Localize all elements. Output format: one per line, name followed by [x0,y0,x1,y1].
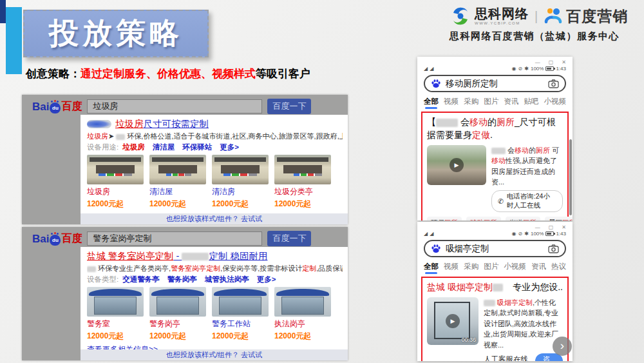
search-query[interactable]: 移动厕所定制 [446,78,544,90]
product-thumbnail[interactable] [212,287,269,317]
product-thumbnail[interactable] [87,287,144,317]
tab-news[interactable]: 资讯 [531,262,546,271]
product-thumbnail[interactable] [149,287,206,317]
baidu-logo: Bai du 百度 [32,232,82,246]
maximize-icon[interactable]: ▢ [549,59,554,65]
arrow-icon: ➤ [108,132,114,140]
mobile-search-bar[interactable]: 吸烟亭定制 [424,240,566,257]
product-names: 警务室 警务岗亭 警务工作站 执法岗亭 [87,317,343,329]
partner-name-block: 思科网络 WWW.YCBIP.COM [475,7,529,25]
result-description: 垃圾房➤ 环保,价格公道,适合于各城市街道,社区,商务中心,旅游景区等,跟政府,… [87,132,343,141]
tag-link[interactable]: 移动厕所 [466,217,501,221]
next-arrow-button[interactable]: › [553,337,572,356]
tab-news[interactable]: 资讯 [504,97,518,106]
search-query[interactable]: 吸烟亭定制 [446,243,544,255]
mobile-ad-card[interactable]: 【 会移动的厕所_尺寸可根据需要量身定做. ▶ 会移动的厕所 可移动性强,从而避… [421,112,569,221]
try-link[interactable]: 去试试 [241,215,262,222]
product-name-link[interactable]: 清洁屋 [149,186,206,197]
product-thumbnail[interactable] [274,287,331,317]
tag-link[interactable]: 景区厕所 [545,217,573,221]
baidu-logo: Bai du 百度 [32,100,82,113]
call-button[interactable]: ✆ 电话咨询:24小时人工在线 [491,190,563,212]
tab-images[interactable]: 图片 [484,97,498,106]
ad-description: 吸烟亭定制,个性化定制,款式时尚新颖,专业设计团队,高效流水线作业,出货周期短,… [484,297,563,351]
battery-percent: 100% [531,66,544,72]
mobile-ad-card[interactable]: 盐城 吸烟亭定制 专业为您设.. ▶ 00:36 吸烟亭定制,个性化定制,款式时… [421,277,569,361]
baidu-paw-icon [431,244,441,254]
search-input[interactable]: 垃圾房 [87,99,262,113]
tab-procurement[interactable]: 采购 [464,262,478,271]
product-prices: 12000元起 12000元起 12000元起 12000元起 [87,329,343,342]
tab-minivideo[interactable]: 小视频 [544,97,566,106]
filter-link[interactable]: 环保驿站 [182,143,212,151]
filter-link[interactable]: 更多> [257,275,276,283]
search-button[interactable]: 百度一下 [267,231,311,246]
search-button[interactable]: 百度一下 [267,99,311,114]
filter-link[interactable]: 城管执法岗亭 [205,275,249,283]
mobile-search-bar[interactable]: 移动厕所定制 [424,75,566,92]
ad-title: 【 会移动的厕所_尺寸可根据需要量身定做. [427,116,563,142]
clock: 1:43 [556,66,566,72]
tab-video[interactable]: 视频 [444,97,459,106]
result-favicon-thumbnail [87,120,111,128]
subtitle-highlight: 通过定制服务、价格优惠、视频样式 [80,68,256,80]
result-title-link[interactable]: 垃圾房尺寸可按需定制 [115,118,209,130]
play-icon[interactable]: ▶ [450,158,464,172]
product-name-link[interactable]: 垃圾分类亭 [274,186,331,197]
product-thumbnail[interactable] [149,155,206,184]
side-accent-bar [6,7,22,74]
tab-all[interactable]: 全部 [424,97,439,106]
product-name-link[interactable]: 垃圾房 [87,186,144,197]
play-icon[interactable]: ▶ [446,314,460,328]
product-name-link[interactable]: 清洁房 [212,186,269,197]
filter-link[interactable]: 警务岗亭 [167,275,197,283]
video-thumbnail[interactable]: ▶ [427,145,486,185]
filter-link[interactable]: 垃圾房 [122,143,145,151]
camera-icon[interactable] [548,244,559,253]
scrollbar[interactable] [569,139,572,215]
result-description: 环保专业生产各类岗亭,警务室岗亭定制,保安岗亭等,按需非标设计定制,品质保证,终… [87,264,343,273]
tab-minivideo[interactable]: 小视频 [504,262,526,271]
censored-text [493,284,503,291]
tab-video[interactable]: 视频 [444,262,459,271]
minimize-icon[interactable]: — [535,59,540,65]
baidu-paw-icon [431,79,441,89]
ad-tags: 环保厕所 移动厕所 街道厕所 景区厕所 [427,217,563,221]
tab-procurement[interactable]: 采购 [464,97,478,106]
product-name-link[interactable]: 警务工作站 [212,319,269,329]
product-name-link[interactable]: 警务岗亭 [149,319,206,329]
search-result-card: 垃圾房尺寸可按需定制 垃圾房➤ 环保,价格公道,适合于各城市街道,社区,商务中心… [80,115,348,224]
close-icon[interactable]: ✕ [562,59,566,65]
product-name-link[interactable]: 执法岗亭 [274,319,331,329]
baidu-logo-bai: Bai [32,101,49,113]
product-thumbnails [87,287,343,317]
window-controls: — ▢ ✕ [417,57,573,65]
video-thumbnail[interactable]: ▶ 00:36 [427,297,478,345]
tab-all[interactable]: 全部 [424,262,439,271]
subtitle-rest: 等吸引客户 [256,68,310,80]
tag-link[interactable]: 街道厕所 [506,217,540,221]
maximize-icon[interactable]: ▢ [549,224,554,230]
minimize-icon[interactable]: — [535,224,540,230]
search-tabs: 全部 视频 采购 图片 小视频 资讯 热议 [417,257,573,271]
search-input[interactable]: 警务室岗亭定制 [87,231,262,246]
product-thumbnail[interactable] [87,155,144,184]
result-title-link[interactable]: 盐城 警务室岗亭定制 - 定制 稳固耐用 [87,250,267,262]
logo-divider: | [535,9,538,24]
branding-block: 思科网络 WWW.YCBIP.COM | 百度营销 思科网络百度营销（盐城）服务… [450,5,641,43]
product-name-link[interactable]: 警务室 [87,319,144,329]
filter-link[interactable]: 交通警务亭 [122,275,160,283]
filter-link[interactable]: 更多> [220,143,239,151]
product-thumbnail[interactable] [274,155,331,184]
tab-tieba[interactable]: 贴吧 [524,97,538,106]
camera-icon[interactable] [548,79,559,88]
close-icon[interactable]: ✕ [562,224,566,230]
baidu-marketing-name: 百度营销 [566,6,628,26]
try-link[interactable]: 去试试 [241,351,262,358]
tab-images[interactable]: 图片 [484,262,498,271]
tab-hot[interactable]: 热议 [551,262,566,271]
tag-link[interactable]: 环保厕所 [427,217,462,221]
battery-percent: 100% [531,231,544,237]
product-thumbnail[interactable] [212,155,269,184]
filter-link[interactable]: 清洁屋 [153,143,175,151]
